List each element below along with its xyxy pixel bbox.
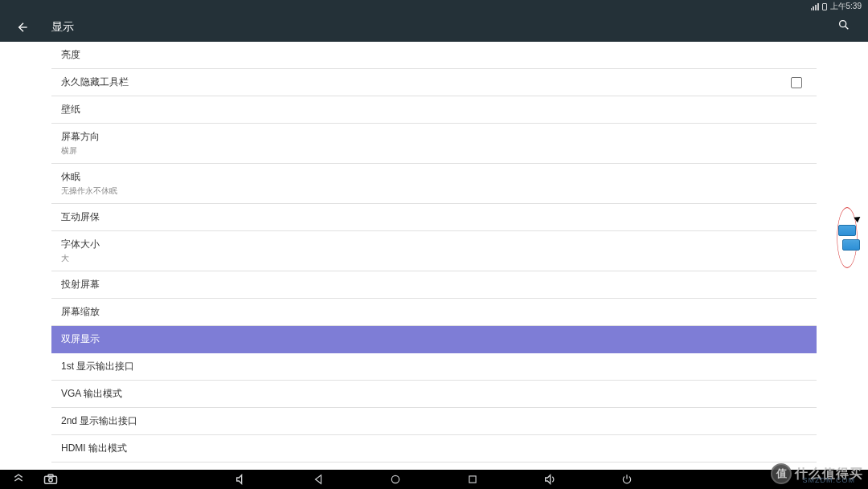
settings-item[interactable]: 1st 显示输出接口 bbox=[51, 353, 817, 381]
settings-item-title: 壁纸 bbox=[61, 103, 80, 116]
settings-content: 亮度永久隐藏工具栏壁纸屏幕方向横屏休眠无操作永不休眠互动屏保字体大小大投射屏幕屏… bbox=[0, 42, 868, 470]
settings-item[interactable]: HDMI 输出模式 bbox=[51, 435, 817, 463]
svg-rect-9 bbox=[469, 476, 476, 483]
signal-icon bbox=[811, 2, 819, 10]
settings-item[interactable]: 亮度 bbox=[51, 42, 817, 69]
settings-item-subtitle: 横屏 bbox=[61, 145, 100, 157]
settings-item[interactable]: 壁纸 bbox=[51, 96, 817, 124]
settings-item-title: 永久隐藏工具栏 bbox=[61, 75, 129, 89]
settings-item[interactable]: VGA 输出模式 bbox=[51, 381, 817, 408]
nav-power-button[interactable] bbox=[620, 472, 634, 487]
settings-item[interactable]: 互动屏保 bbox=[51, 204, 817, 231]
settings-item[interactable]: 屏幕方向横屏 bbox=[51, 124, 817, 164]
settings-item-title: VGA 输出模式 bbox=[61, 387, 122, 401]
settings-item-title: 双屏显示 bbox=[61, 332, 100, 346]
settings-item[interactable]: 双屏显示 bbox=[51, 326, 817, 353]
nav-volume-down-button[interactable] bbox=[234, 472, 248, 487]
watermark-sub: SMZDM.COM bbox=[803, 476, 856, 484]
status-bar: 上午5:39 bbox=[0, 0, 868, 13]
settings-item-title: 互动屏保 bbox=[61, 210, 100, 224]
nav-home-button[interactable] bbox=[388, 472, 403, 487]
svg-line-2 bbox=[845, 26, 849, 30]
settings-item[interactable]: 屏幕缩放 bbox=[51, 299, 817, 326]
svg-marker-10 bbox=[546, 475, 551, 484]
settings-item[interactable]: 永久隐藏工具栏 bbox=[51, 69, 817, 96]
settings-item-subtitle: 无操作永不休眠 bbox=[61, 185, 117, 197]
settings-item[interactable]: 2nd 显示输出接口 bbox=[51, 408, 817, 435]
svg-marker-7 bbox=[316, 475, 321, 484]
settings-item-title: 1st 显示输出接口 bbox=[61, 360, 134, 373]
settings-item[interactable]: 投射屏幕 bbox=[51, 271, 817, 299]
battery-icon bbox=[822, 3, 827, 10]
settings-list: 亮度永久隐藏工具栏壁纸屏幕方向横屏休眠无操作永不休眠互动屏保字体大小大投射屏幕屏… bbox=[0, 42, 868, 463]
watermark-logo: 值 bbox=[771, 463, 792, 484]
settings-item-title: 屏幕缩放 bbox=[61, 305, 100, 319]
back-button[interactable] bbox=[13, 18, 31, 36]
annotation-float-switcher bbox=[829, 207, 866, 268]
app-bar: 显示 bbox=[0, 13, 868, 42]
nav-volume-up-button[interactable] bbox=[542, 472, 557, 487]
settings-item[interactable]: 字体大小大 bbox=[51, 231, 817, 271]
status-time: 上午5:39 bbox=[830, 1, 862, 12]
page-title: 显示 bbox=[51, 20, 74, 35]
settings-item-title: 亮度 bbox=[61, 48, 80, 62]
settings-item-title: 休眠 bbox=[61, 170, 117, 184]
settings-item[interactable]: 休眠无操作永不休眠 bbox=[51, 164, 817, 204]
nav-screenshot-button[interactable] bbox=[43, 472, 58, 487]
settings-item-title: 投射屏幕 bbox=[61, 278, 100, 291]
display-switcher-icon[interactable] bbox=[838, 225, 856, 251]
nav-back-button[interactable] bbox=[311, 472, 326, 487]
settings-item-title: HDMI 输出模式 bbox=[61, 442, 127, 455]
svg-point-8 bbox=[391, 475, 399, 483]
navigation-bar bbox=[0, 470, 868, 489]
svg-point-4 bbox=[49, 479, 53, 483]
settings-item-title: 2nd 显示输出接口 bbox=[61, 414, 137, 428]
settings-item-title: 字体大小 bbox=[61, 238, 100, 251]
svg-marker-6 bbox=[237, 475, 242, 484]
nav-collapse-button[interactable] bbox=[11, 472, 26, 487]
watermark: 值 什么值得买 SMZDM.COM bbox=[771, 463, 863, 484]
checkbox[interactable] bbox=[791, 77, 802, 88]
search-button[interactable] bbox=[837, 18, 855, 36]
svg-point-1 bbox=[840, 21, 846, 27]
nav-recents-button[interactable] bbox=[465, 472, 480, 487]
settings-item-title: 屏幕方向 bbox=[61, 130, 100, 144]
settings-item-subtitle: 大 bbox=[61, 253, 100, 264]
